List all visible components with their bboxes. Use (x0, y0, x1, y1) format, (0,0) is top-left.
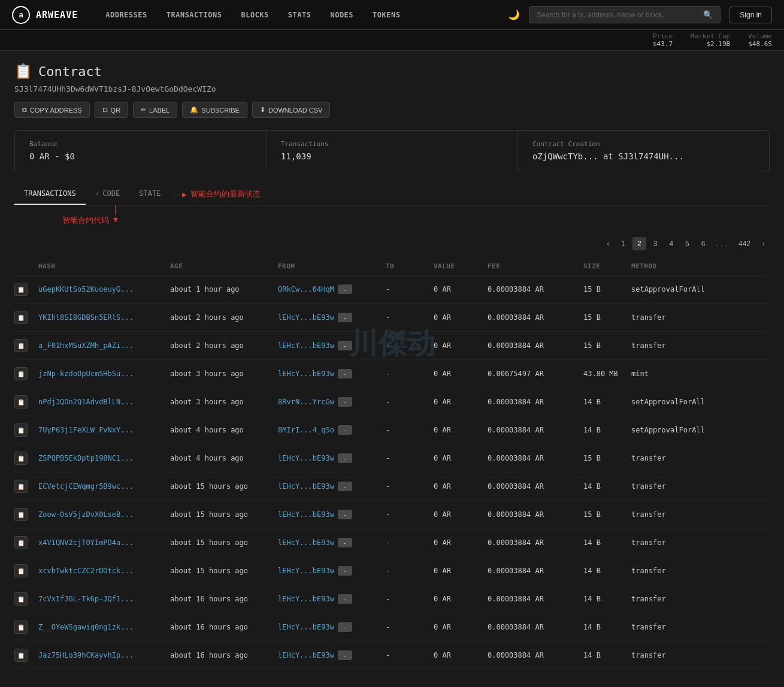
row-value: 0 AR (434, 398, 488, 406)
search-input[interactable] (537, 11, 698, 19)
nav-transactions[interactable]: TRANSACTIONS (157, 0, 232, 30)
stat-volume: Volume $48.6S (748, 32, 772, 48)
row-from-pill[interactable]: - (338, 397, 352, 407)
row-age: about 15 hours ago (170, 567, 278, 575)
page-5-button[interactable]: 5 (680, 237, 694, 250)
row-hash[interactable]: Zoow-0sV5jzDvX0LseB... (38, 510, 170, 519)
page-3-button[interactable]: 3 (649, 237, 662, 250)
row-from: lEHcY...bE93w - (278, 369, 386, 379)
row-hash[interactable]: 7UyP63j1FeXLW_FvNxY... (38, 426, 170, 434)
transactions-card: Transactions 11,039 (267, 131, 518, 171)
row-from-pill[interactable]: - (338, 341, 352, 350)
row-icon: 📋 (14, 564, 38, 577)
row-age: about 15 hours ago (170, 482, 278, 491)
page-content: 📋 Contract SJ3l7474UHh3Dw6dWVT1bzsJ-8JvO… (0, 51, 784, 682)
tab-state[interactable]: STATE (129, 183, 170, 205)
row-from-pill[interactable]: - (338, 313, 352, 322)
table-row: 📋 a_F01hxMSuXZMh_pAZi... about 2 hours a… (14, 332, 770, 360)
row-from-pill[interactable]: - (338, 538, 352, 547)
row-from-pill[interactable]: - (338, 650, 352, 660)
subscribe-button[interactable]: 🔔 SUBSCRIBE (182, 102, 247, 118)
row-icon: 📋 (14, 536, 38, 549)
table-row: 📋 Z__OYeWSgawiq0ng1zk... about 16 hours … (14, 613, 770, 641)
prev-page-button[interactable]: ‹ (602, 237, 614, 250)
row-hash[interactable]: xcvbTwktcCZC2rDDtck... (38, 567, 170, 575)
table-row: 📋 ECVetcjCEWqmgr5B9wc... about 15 hours … (14, 473, 770, 501)
row-from: lEHcY...bE93w - (278, 482, 386, 491)
row-from: lEHcY...bE93w - (278, 538, 386, 547)
row-method: transfer (631, 651, 770, 659)
row-age: about 16 hours ago (170, 651, 278, 659)
row-from: lEHcY...bE93w - (278, 453, 386, 463)
row-hash[interactable]: x4VIQNV2cjTOYImPD4a... (38, 538, 170, 547)
qr-button[interactable]: ⊡ QR (95, 102, 129, 118)
copy-address-button[interactable]: ⧉ COPY ADDRESS (14, 102, 90, 118)
signin-button[interactable]: Sign in (729, 7, 772, 23)
row-from-pill[interactable]: - (338, 510, 352, 519)
row-from-pill[interactable]: - (338, 453, 352, 463)
row-hash[interactable]: jzNp-kzdoOpUcmSHbSu... (38, 370, 170, 378)
row-method: mint (631, 370, 770, 378)
row-method: setApprovalForAll (631, 285, 770, 293)
copy-icon: ⧉ (22, 106, 27, 114)
nav-stats[interactable]: STATS (279, 0, 321, 30)
row-from: lEHcY...bE93w - (278, 650, 386, 660)
nav-nodes[interactable]: NODES (320, 0, 363, 30)
table-row: 📋 7UyP63j1FeXLW_FvNxY... about 4 hours a… (14, 416, 770, 444)
contract-header: 📋 Contract (14, 63, 770, 80)
row-hash[interactable]: ECVetcjCEWqmgr5B9wc... (38, 482, 170, 491)
row-fee: 0.00003884 AR (488, 341, 583, 350)
row-hash[interactable]: 7cVxIfJGL-Tk6p-JQf1... (38, 595, 170, 603)
row-age: about 2 hours ago (170, 313, 278, 322)
page-6-button[interactable]: 6 (697, 237, 710, 250)
table-row: 📋 7cVxIfJGL-Tk6p-JQf1... about 16 hours … (14, 585, 770, 613)
download-csv-button[interactable]: ⬇ DOWNLOAD CSV (252, 102, 330, 118)
page-last-button[interactable]: 442 (734, 237, 755, 250)
page-1-button[interactable]: 1 (616, 237, 630, 250)
row-value: 0 AR (434, 482, 488, 491)
search-box: 🔍 (529, 6, 721, 23)
row-size: 14 B (583, 538, 631, 547)
table-row: 📋 x4VIQNV2cjTOYImPD4a... about 15 hours … (14, 529, 770, 557)
row-hash[interactable]: Z__OYeWSgawiq0ng1zk... (38, 623, 170, 631)
row-size: 15 B (583, 285, 631, 293)
row-value: 0 AR (434, 538, 488, 547)
page-4-button[interactable]: 4 (664, 237, 678, 250)
row-icon: 📋 (14, 508, 38, 521)
table-row: 📋 jzNp-kzdoOpUcmSHbSu... about 3 hours a… (14, 360, 770, 388)
row-age: about 3 hours ago (170, 370, 278, 378)
row-from-pill[interactable]: - (338, 622, 352, 632)
row-from-pill[interactable]: - (338, 482, 352, 491)
row-hash[interactable]: Jaz75HLo39hCKayvhIp... (38, 651, 170, 659)
row-from-pill[interactable]: - (338, 369, 352, 379)
row-fee: 0.00003884 AR (488, 510, 583, 519)
label-button[interactable]: ✏ LABEL (133, 102, 177, 118)
row-value: 0 AR (434, 313, 488, 322)
row-hash[interactable]: YKIht8SI8GDBSn5ERlS... (38, 313, 170, 322)
nav-blocks[interactable]: BLOCKS (231, 0, 278, 30)
tabs: TRANSACTIONS ✓ CODE STATE ——▶ 智能合约的最新状态 (14, 183, 770, 205)
tab-transactions[interactable]: TRANSACTIONS (14, 183, 86, 205)
row-hash[interactable]: nPdj3QOn2Q1AdvdBlLN... (38, 398, 170, 406)
nav-tokens[interactable]: TOKENS (363, 0, 410, 30)
page-2-button[interactable]: 2 (632, 237, 646, 250)
row-age: about 1 hour ago (170, 285, 278, 293)
row-from-pill[interactable]: - (338, 594, 352, 604)
row-icon: 📋 (14, 311, 38, 324)
row-hash[interactable]: ZSPQPB5EkDptp198NC1... (38, 454, 170, 462)
row-from-pill[interactable]: - (338, 566, 352, 576)
row-hash[interactable]: a_F01hxMSuXZMh_pAZi... (38, 341, 170, 350)
contract-creation-card: Contract Creation oZjQWwcTYb... at SJ3l7… (518, 131, 769, 171)
row-from-pill[interactable]: - (338, 285, 352, 294)
row-icon: 📋 (14, 367, 38, 380)
row-age: about 4 hours ago (170, 426, 278, 434)
next-page-button[interactable]: › (758, 237, 770, 250)
nav-addresses[interactable]: ADDRESSES (96, 0, 157, 30)
row-method: transfer (631, 454, 770, 462)
row-from-pill[interactable]: - (338, 425, 352, 435)
theme-toggle-icon[interactable]: 🌙 (508, 9, 520, 20)
row-from: ORkCw...04HqM - (278, 285, 386, 294)
row-hash[interactable]: uGepKKUtSo52KuoeuyG... (38, 285, 170, 293)
stat-market-cap: Market Cap $2.19B (691, 32, 730, 48)
tab-code[interactable]: ✓ CODE (86, 183, 130, 205)
